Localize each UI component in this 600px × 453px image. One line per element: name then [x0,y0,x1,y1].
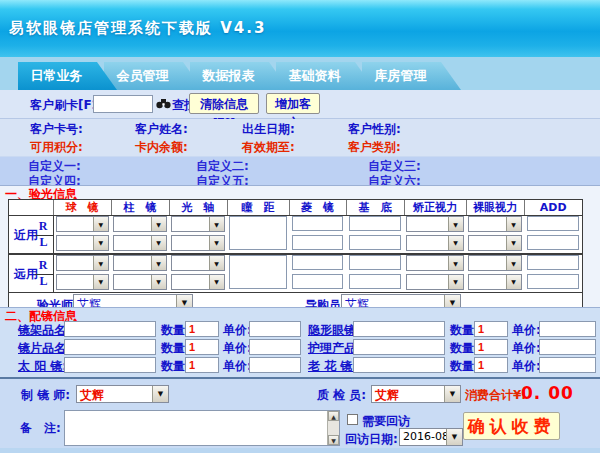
far-r-axis-combo[interactable]: ▼ [171,255,224,271]
far-r-prism-input[interactable] [292,255,343,270]
near-l-cylinder-combo[interactable]: ▼ [113,235,166,251]
far-r-cylinder-combo[interactable]: ▼ [113,255,166,271]
near-l-naked-combo[interactable]: ▼ [468,235,521,251]
chevron-down-icon[interactable]: ▼ [93,256,108,270]
far-l-corrected-combo[interactable]: ▼ [406,274,463,290]
sunglasses-qty-input[interactable] [185,357,219,373]
chevron-down-icon[interactable]: ▼ [444,386,460,402]
quality-inspector-combo[interactable]: 艾辉 ▼ [371,385,461,403]
lens-qty-input[interactable] [185,339,219,355]
lens-price-input[interactable] [249,339,301,355]
far-pd-input[interactable] [229,255,286,289]
remark-scrollbar[interactable]: ▲ ▼ [327,411,339,445]
chevron-down-icon[interactable]: ▼ [209,256,224,270]
remark-textarea[interactable]: ▲ ▼ [64,410,340,446]
chevron-down-icon[interactable]: ▼ [151,236,166,250]
revisit-checkbox[interactable] [347,414,358,425]
near-r-prism-input[interactable] [292,216,343,231]
contact-lens-input[interactable] [353,321,445,337]
near-l-prism-input[interactable] [292,235,343,250]
near-l-corrected-combo[interactable]: ▼ [406,235,463,251]
optometry-table: 球 镜 柱 镜 光 轴 瞳 距 菱 镜 基 底 矫正视力 裸眼视力 ADD 近用… [8,199,583,315]
tab-warehouse[interactable]: 库房管理 [362,62,461,90]
near-r-corrected-combo[interactable]: ▼ [406,216,463,232]
near-r-naked-combo[interactable]: ▼ [468,216,521,232]
lens-maker-value: 艾辉 [77,386,152,402]
near-l-base-input[interactable] [349,235,401,250]
chevron-down-icon[interactable]: ▼ [448,275,463,289]
far-l-sphere-combo[interactable]: ▼ [56,274,109,290]
chevron-down-icon[interactable]: ▼ [448,236,463,250]
reading-glasses-price-input[interactable] [539,357,596,373]
chevron-down-icon[interactable]: ▼ [93,217,108,231]
far-l-add-input[interactable] [527,274,579,289]
item-label-frame[interactable]: 镜架品名: [18,322,71,339]
far-r-corrected-combo[interactable]: ▼ [406,255,463,271]
far-l-axis-combo[interactable]: ▼ [171,274,224,290]
reading-glasses-input[interactable] [353,357,445,373]
near-r-sphere-combo[interactable]: ▼ [56,216,109,232]
near-l-axis-combo[interactable]: ▼ [171,235,224,251]
chevron-down-icon[interactable]: ▼ [506,256,521,270]
valid-until-label: 有效期至: [242,139,295,156]
reading-glasses-qty-input[interactable] [474,357,508,373]
near-r-base-input[interactable] [349,216,401,231]
frame-qty-input[interactable] [185,321,219,337]
sunglasses-input[interactable] [64,357,156,373]
far-r-naked-combo[interactable]: ▼ [468,255,521,271]
near-r-axis-combo[interactable]: ▼ [171,216,224,232]
clear-info-button[interactable]: 清除信息[F3] [189,93,259,114]
chevron-down-icon[interactable]: ▼ [448,217,463,231]
chevron-down-icon[interactable]: ▼ [446,429,462,445]
contact-lens-price-input[interactable] [539,321,596,337]
near-pd-input[interactable] [229,216,286,250]
near-l-sphere-combo[interactable]: ▼ [56,235,109,251]
scroll-down-icon[interactable]: ▼ [328,435,339,445]
chevron-down-icon[interactable]: ▼ [151,256,166,270]
chevron-down-icon[interactable]: ▼ [93,236,108,250]
lens-name-input[interactable] [64,339,156,355]
add-customer-button[interactable]: 增加客户 [266,93,320,114]
near-r-cylinder-combo[interactable]: ▼ [113,216,166,232]
revisit-date-combo[interactable]: 2016-08-12 ▼ [399,428,463,446]
far-r-sphere-combo[interactable]: ▼ [56,255,109,271]
near-r-add-input[interactable] [527,216,579,231]
far-l-prism-input[interactable] [292,274,343,289]
care-product-qty-input[interactable] [474,339,508,355]
chevron-down-icon[interactable]: ▼ [506,275,521,289]
window-title: 易软眼镜店管理系统下载版 V4.3 [9,19,266,38]
chevron-down-icon[interactable]: ▼ [151,275,166,289]
frame-name-input[interactable] [64,321,156,337]
tab-basic-data[interactable]: 基础资料 [276,62,375,90]
chevron-down-icon[interactable]: ▼ [506,217,521,231]
chevron-down-icon[interactable]: ▼ [151,217,166,231]
chevron-down-icon[interactable]: ▼ [152,386,168,402]
chevron-down-icon[interactable]: ▼ [209,275,224,289]
sunglasses-price-input[interactable] [249,357,301,373]
item-label-reading-glasses[interactable]: 老 花 镜: [308,358,357,375]
far-r-base-input[interactable] [349,255,401,270]
chevron-down-icon[interactable]: ▼ [93,275,108,289]
frame-price-input[interactable] [249,321,301,337]
chevron-down-icon[interactable]: ▼ [506,236,521,250]
chevron-down-icon[interactable]: ▼ [209,236,224,250]
far-l-naked-combo[interactable]: ▼ [468,274,521,290]
chevron-down-icon[interactable]: ▼ [448,256,463,270]
care-product-input[interactable] [353,339,445,355]
far-l-cylinder-combo[interactable]: ▼ [113,274,166,290]
chevron-down-icon[interactable]: ▼ [209,217,224,231]
tab-data-reports[interactable]: 数据报表 [190,62,289,90]
far-r-add-input[interactable] [527,255,579,270]
card-swipe-input[interactable] [93,95,153,113]
item-label-lens[interactable]: 镜片品名: [18,340,71,357]
care-product-price-input[interactable] [539,339,596,355]
lens-maker-combo[interactable]: 艾辉 ▼ [76,385,169,403]
far-l-base-input[interactable] [349,274,401,289]
tab-member-management[interactable]: 会员管理 [104,62,203,90]
near-l-add-input[interactable] [527,235,579,250]
scroll-up-icon[interactable]: ▲ [328,411,339,421]
item-label-sunglasses[interactable]: 太 阳 镜: [18,358,67,375]
contact-lens-qty-input[interactable] [474,321,508,337]
confirm-payment-button[interactable]: 确认收费 [463,412,560,440]
tab-daily-business[interactable]: 日常业务 [18,62,117,90]
